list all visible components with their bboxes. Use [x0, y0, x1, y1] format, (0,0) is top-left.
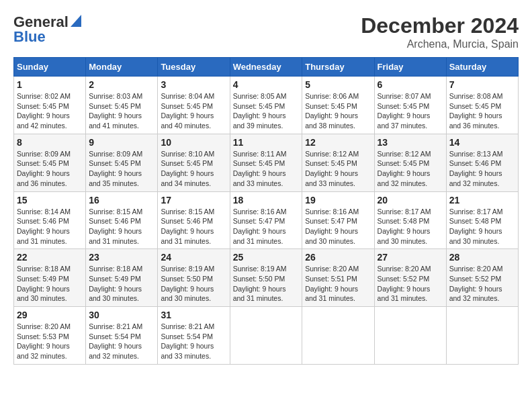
cell-day-number: 15 [17, 195, 83, 205]
calendar-cell [374, 307, 446, 365]
cell-info: Sunrise: 8:15 AMSunset: 5:46 PMDaylight:… [89, 207, 154, 246]
logo-triangle-icon [71, 15, 81, 27]
cell-day-number: 18 [233, 195, 300, 205]
cell-day-number: 22 [17, 252, 83, 263]
cell-info: Sunrise: 8:08 AMSunset: 5:45 PMDaylight:… [449, 91, 515, 131]
cell-info: Sunrise: 8:20 AMSunset: 5:52 PMDaylight:… [449, 264, 515, 304]
calendar-cell: 20Sunrise: 8:17 AMSunset: 5:48 PMDayligh… [374, 191, 446, 249]
title-block: December 2024 Archena, Murcia, Spain [361, 13, 519, 50]
calendar-cell: 5Sunrise: 8:06 AMSunset: 5:45 PMDaylight… [302, 77, 374, 134]
cell-info: Sunrise: 8:09 AMSunset: 5:45 PMDaylight:… [89, 149, 154, 189]
calendar-cell: 23Sunrise: 8:18 AMSunset: 5:49 PMDayligh… [86, 249, 158, 307]
cell-day-number: 9 [89, 137, 154, 148]
calendar-cell [302, 307, 374, 365]
cell-day-number: 8 [17, 137, 83, 148]
cell-info: Sunrise: 8:14 AMSunset: 5:46 PMDaylight:… [17, 207, 83, 246]
calendar-cell: 25Sunrise: 8:19 AMSunset: 5:50 PMDayligh… [230, 249, 302, 307]
cell-day-number: 26 [305, 252, 371, 263]
weekday-header-wednesday: Wednesday [230, 58, 302, 77]
calendar-cell: 7Sunrise: 8:08 AMSunset: 5:45 PMDaylight… [446, 77, 518, 134]
cell-day-number: 29 [17, 310, 83, 320]
calendar-cell: 9Sunrise: 8:09 AMSunset: 5:45 PMDaylight… [86, 134, 158, 191]
cell-info: Sunrise: 8:13 AMSunset: 5:46 PMDaylight:… [449, 149, 515, 189]
weekday-header-monday: Monday [86, 58, 158, 77]
cell-info: Sunrise: 8:07 AMSunset: 5:45 PMDaylight:… [378, 91, 443, 131]
calendar-cell: 12Sunrise: 8:12 AMSunset: 5:45 PMDayligh… [302, 134, 374, 191]
calendar-cell: 27Sunrise: 8:20 AMSunset: 5:52 PMDayligh… [374, 249, 446, 307]
cell-day-number: 7 [449, 79, 515, 90]
calendar-cell: 26Sunrise: 8:20 AMSunset: 5:51 PMDayligh… [302, 249, 374, 307]
calendar-cell: 16Sunrise: 8:15 AMSunset: 5:46 PMDayligh… [86, 191, 158, 249]
calendar-cell: 13Sunrise: 8:12 AMSunset: 5:45 PMDayligh… [374, 134, 446, 191]
cell-day-number: 21 [449, 195, 515, 205]
cell-day-number: 3 [161, 79, 226, 90]
calendar-week-row: 29Sunrise: 8:20 AMSunset: 5:53 PMDayligh… [14, 307, 519, 365]
cell-info: Sunrise: 8:21 AMSunset: 5:54 PMDaylight:… [89, 322, 154, 361]
cell-day-number: 27 [378, 252, 443, 263]
cell-day-number: 16 [89, 195, 154, 205]
calendar-cell: 11Sunrise: 8:11 AMSunset: 5:45 PMDayligh… [230, 134, 302, 191]
calendar-cell: 28Sunrise: 8:20 AMSunset: 5:52 PMDayligh… [446, 249, 518, 307]
calendar-cell: 18Sunrise: 8:16 AMSunset: 5:47 PMDayligh… [230, 191, 302, 249]
cell-info: Sunrise: 8:15 AMSunset: 5:46 PMDaylight:… [161, 207, 226, 246]
cell-day-number: 24 [161, 252, 226, 263]
calendar-cell: 1Sunrise: 8:02 AMSunset: 5:45 PMDaylight… [14, 77, 86, 134]
logo: General Blue [13, 13, 81, 46]
cell-day-number: 23 [89, 252, 154, 263]
cell-info: Sunrise: 8:20 AMSunset: 5:53 PMDaylight:… [17, 322, 83, 361]
calendar-cell: 4Sunrise: 8:05 AMSunset: 5:45 PMDaylight… [230, 77, 302, 134]
svg-marker-0 [71, 15, 81, 27]
cell-info: Sunrise: 8:12 AMSunset: 5:45 PMDaylight:… [378, 149, 443, 189]
weekday-header-thursday: Thursday [302, 58, 374, 77]
weekday-header-sunday: Sunday [14, 58, 86, 77]
cell-day-number: 20 [378, 195, 443, 205]
cell-info: Sunrise: 8:17 AMSunset: 5:48 PMDaylight:… [378, 207, 443, 246]
cell-day-number: 13 [378, 137, 443, 148]
calendar-cell: 24Sunrise: 8:19 AMSunset: 5:50 PMDayligh… [158, 249, 230, 307]
cell-info: Sunrise: 8:12 AMSunset: 5:45 PMDaylight:… [305, 149, 371, 189]
calendar-cell: 21Sunrise: 8:17 AMSunset: 5:48 PMDayligh… [446, 191, 518, 249]
cell-day-number: 4 [233, 79, 300, 90]
cell-day-number: 25 [233, 252, 300, 263]
cell-day-number: 14 [449, 137, 515, 148]
weekday-header-tuesday: Tuesday [158, 58, 230, 77]
cell-info: Sunrise: 8:18 AMSunset: 5:49 PMDaylight:… [17, 264, 83, 304]
calendar-week-row: 8Sunrise: 8:09 AMSunset: 5:45 PMDaylight… [14, 134, 519, 191]
cell-day-number: 6 [378, 79, 443, 90]
calendar-cell: 8Sunrise: 8:09 AMSunset: 5:45 PMDaylight… [14, 134, 86, 191]
calendar-cell: 29Sunrise: 8:20 AMSunset: 5:53 PMDayligh… [14, 307, 86, 365]
cell-info: Sunrise: 8:21 AMSunset: 5:54 PMDaylight:… [161, 322, 226, 361]
cell-info: Sunrise: 8:09 AMSunset: 5:45 PMDaylight:… [17, 149, 83, 189]
cell-day-number: 11 [233, 137, 300, 148]
calendar-cell: 30Sunrise: 8:21 AMSunset: 5:54 PMDayligh… [86, 307, 158, 365]
cell-info: Sunrise: 8:19 AMSunset: 5:50 PMDaylight:… [161, 264, 226, 304]
cell-info: Sunrise: 8:16 AMSunset: 5:47 PMDaylight:… [233, 207, 300, 246]
weekday-header-row: SundayMondayTuesdayWednesdayThursdayFrid… [14, 58, 519, 77]
calendar-week-row: 22Sunrise: 8:18 AMSunset: 5:49 PMDayligh… [14, 249, 519, 307]
cell-info: Sunrise: 8:20 AMSunset: 5:51 PMDaylight:… [305, 264, 371, 304]
calendar-table: SundayMondayTuesdayWednesdayThursdayFrid… [13, 57, 519, 365]
page-header: General Blue December 2024 Archena, Murc… [13, 13, 519, 50]
cell-day-number: 17 [161, 195, 226, 205]
calendar-cell [446, 307, 518, 365]
cell-day-number: 5 [305, 79, 371, 90]
calendar-cell: 14Sunrise: 8:13 AMSunset: 5:46 PMDayligh… [446, 134, 518, 191]
calendar-cell: 31Sunrise: 8:21 AMSunset: 5:54 PMDayligh… [158, 307, 230, 365]
cell-info: Sunrise: 8:19 AMSunset: 5:50 PMDaylight:… [233, 264, 300, 304]
calendar-week-row: 15Sunrise: 8:14 AMSunset: 5:46 PMDayligh… [14, 191, 519, 249]
location-title: Archena, Murcia, Spain [361, 38, 519, 50]
calendar-cell [230, 307, 302, 365]
cell-day-number: 31 [161, 310, 226, 320]
cell-day-number: 2 [89, 79, 154, 90]
calendar-cell: 10Sunrise: 8:10 AMSunset: 5:45 PMDayligh… [158, 134, 230, 191]
cell-day-number: 28 [449, 252, 515, 263]
cell-info: Sunrise: 8:11 AMSunset: 5:45 PMDaylight:… [233, 149, 300, 189]
cell-info: Sunrise: 8:06 AMSunset: 5:45 PMDaylight:… [305, 91, 371, 131]
cell-day-number: 30 [89, 310, 154, 320]
calendar-cell: 19Sunrise: 8:16 AMSunset: 5:47 PMDayligh… [302, 191, 374, 249]
cell-info: Sunrise: 8:05 AMSunset: 5:45 PMDaylight:… [233, 91, 300, 131]
cell-day-number: 10 [161, 137, 226, 148]
cell-day-number: 1 [17, 79, 83, 90]
calendar-cell: 2Sunrise: 8:03 AMSunset: 5:45 PMDaylight… [86, 77, 158, 134]
month-title: December 2024 [361, 13, 519, 38]
